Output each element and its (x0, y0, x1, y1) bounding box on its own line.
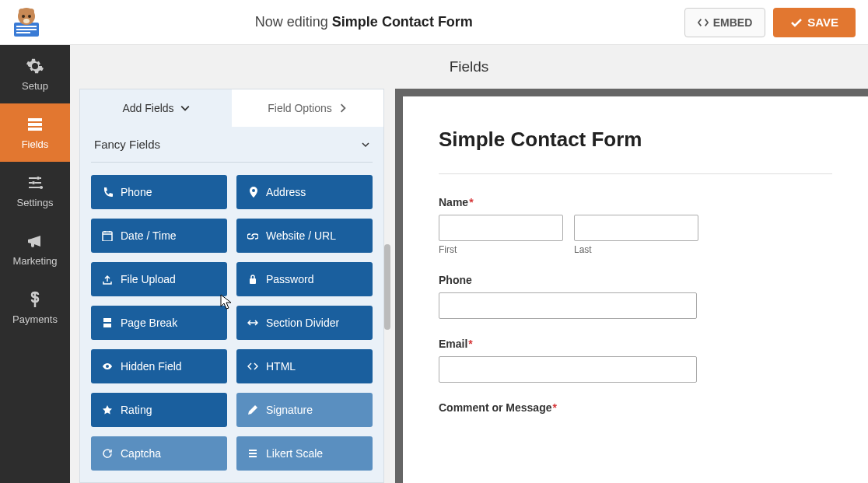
svg-point-5 (19, 9, 25, 15)
svg-point-14 (32, 181, 35, 184)
nav-settings[interactable]: Settings (0, 162, 70, 220)
app-logo (9, 5, 44, 40)
svg-rect-16 (103, 232, 112, 241)
svg-rect-3 (16, 32, 30, 33)
divider (91, 162, 373, 163)
nav-setup[interactable]: Setup (0, 45, 70, 103)
panel-tabs: Add Fields Field Options (80, 89, 383, 127)
bullhorn-icon (26, 232, 44, 250)
input-email[interactable] (439, 356, 697, 383)
field-btn-file-upload[interactable]: File Upload (91, 262, 227, 296)
label-email: Email* (439, 338, 832, 350)
field-btn-date-time[interactable]: Date / Time (91, 219, 227, 253)
header-actions: EMBED SAVE (684, 8, 856, 37)
scroll-thumb[interactable] (384, 244, 390, 330)
sublabel-first: First (439, 244, 563, 255)
svg-point-9 (23, 19, 30, 23)
phone-icon (102, 187, 113, 198)
divider (439, 173, 832, 174)
editing-title: Now editing Simple Contact Form (44, 14, 684, 30)
input-first-name[interactable] (439, 215, 563, 241)
fields-panel: Add Fields Field Options Fancy Fields Ph… (79, 89, 384, 483)
editing-prefix: Now editing (255, 14, 332, 30)
field-comment[interactable]: Comment or Message* (439, 401, 832, 414)
label-comment: Comment or Message* (439, 401, 832, 414)
field-btn-likert-scale[interactable]: Likert Scale (236, 436, 373, 471)
field-btn-website-url[interactable]: Website / URL (236, 219, 373, 253)
check-icon (790, 16, 803, 29)
sliders-icon (26, 173, 44, 192)
group-fancy-fields[interactable]: Fancy Fields (80, 127, 383, 162)
field-btn-signature[interactable]: Signature (236, 393, 373, 427)
upload-icon (102, 274, 113, 285)
svg-rect-1 (16, 26, 37, 27)
main-area: Fields Add Fields Field Options Fancy Fi… (70, 45, 868, 483)
field-btn-html[interactable]: HTML (236, 349, 373, 383)
field-name[interactable]: Name* First Last (439, 196, 832, 255)
field-btn-phone[interactable]: Phone (91, 175, 227, 209)
field-grid: PhoneAddressDate / TimeWebsite / URLFile… (80, 175, 383, 483)
input-phone[interactable] (439, 292, 697, 319)
chevron-down-icon (180, 103, 190, 113)
eye-icon (102, 361, 113, 372)
link-icon (247, 230, 258, 241)
top-header: Now editing Simple Contact Form EMBED SA… (0, 0, 868, 45)
field-btn-address[interactable]: Address (236, 175, 373, 209)
input-last-name[interactable] (574, 215, 698, 241)
pagebreak-icon (102, 317, 113, 328)
svg-point-15 (40, 186, 43, 189)
code-icon (247, 361, 258, 372)
panel-scrollbar[interactable] (384, 89, 392, 478)
field-email[interactable]: Email* (439, 338, 832, 383)
svg-rect-10 (28, 118, 42, 121)
svg-rect-11 (28, 123, 42, 126)
chevron-right-icon (338, 103, 348, 113)
svg-point-13 (37, 177, 40, 180)
tab-add-fields[interactable]: Add Fields (80, 89, 232, 127)
lock-icon (247, 274, 258, 285)
preview-form-title: Simple Contact Form (439, 128, 832, 152)
label-phone: Phone (439, 274, 832, 286)
pin-icon (247, 187, 258, 198)
field-btn-password[interactable]: Password (236, 262, 373, 296)
sidebar-nav: Setup Fields Settings Marketing Payments (0, 45, 70, 483)
nav-fields[interactable]: Fields (0, 103, 70, 162)
svg-rect-19 (103, 324, 111, 327)
field-btn-section-divider[interactable]: Section Divider (236, 306, 373, 340)
svg-point-7 (22, 15, 25, 18)
chevron-down-icon (362, 141, 369, 149)
form-preview: Simple Contact Form Name* First Last Pho… (403, 96, 868, 483)
list-icon (247, 448, 258, 459)
embed-button[interactable]: EMBED (684, 8, 766, 37)
svg-rect-12 (28, 128, 42, 131)
save-button[interactable]: SAVE (773, 8, 856, 37)
form-preview-wrapper: Simple Contact Form Name* First Last Pho… (395, 89, 868, 483)
svg-rect-2 (16, 29, 37, 30)
field-phone[interactable]: Phone (439, 274, 832, 319)
tab-field-options[interactable]: Field Options (232, 89, 383, 127)
sublabel-last: Last (574, 244, 698, 255)
form-name: Simple Contact Form (332, 14, 473, 30)
star-icon (102, 404, 113, 415)
nav-payments[interactable]: Payments (0, 278, 70, 337)
divider-icon (247, 317, 258, 328)
calendar-icon (102, 230, 113, 241)
dollar-icon (26, 290, 44, 309)
form-icon (26, 115, 44, 134)
svg-rect-17 (250, 278, 256, 284)
label-name: Name* (439, 196, 832, 208)
svg-rect-18 (103, 318, 111, 322)
code-icon (698, 17, 709, 28)
field-btn-captcha[interactable]: Captcha (91, 436, 227, 471)
field-btn-rating[interactable]: Rating (91, 393, 227, 427)
field-btn-page-break[interactable]: Page Break (91, 306, 227, 340)
field-btn-hidden-field[interactable]: Hidden Field (91, 349, 227, 383)
nav-marketing[interactable]: Marketing (0, 220, 70, 278)
section-title: Fields (70, 45, 868, 89)
gear-icon (26, 57, 44, 75)
pencil-icon (247, 404, 258, 415)
refresh-icon (102, 448, 113, 459)
svg-point-8 (28, 15, 31, 18)
svg-point-6 (28, 9, 34, 15)
